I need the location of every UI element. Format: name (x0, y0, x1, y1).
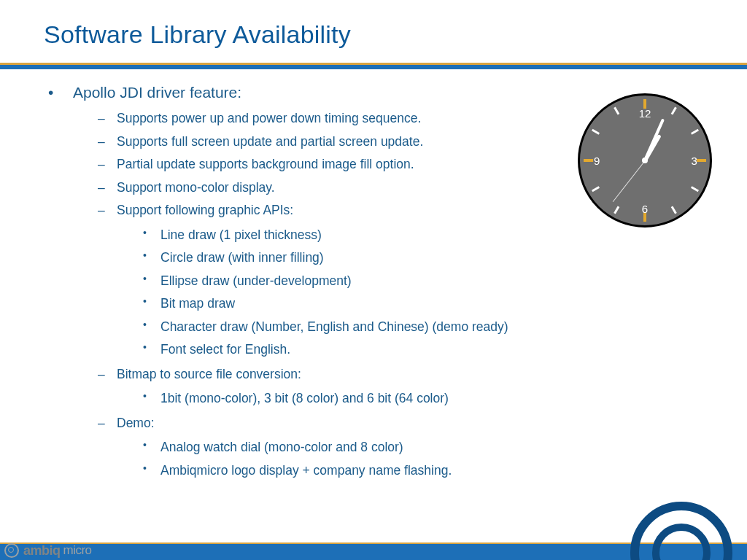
list-item: 1bit (mono-color), 3 bit (8 color) and 6… (143, 387, 569, 411)
list-item: Demo: Analog watch dial (mono-color and … (98, 412, 569, 483)
list-item: Circle draw (with inner filling) (143, 246, 569, 270)
title-divider (0, 63, 747, 69)
list-item: Bit map draw (143, 292, 569, 316)
list-item: Character draw (Number, English and Chin… (143, 316, 569, 339)
clock-number-3: 3 (686, 155, 703, 167)
list-item: Font select for English. (143, 338, 569, 362)
list-item: Line draw (1 pixel thickness) (143, 224, 569, 247)
clock-minute-hand (643, 119, 665, 161)
list-item: Support mono-color display. (98, 176, 569, 200)
list-item: Ellipse draw (under-development) (143, 270, 569, 293)
bullet-text: Apollo JDI driver feature: (73, 84, 241, 101)
list-item: Supports full screen update and partial … (98, 131, 569, 154)
logo-text-ambiq: ambiq (23, 543, 61, 559)
clock-number-6: 6 (636, 203, 654, 215)
content-area: Apollo JDI driver feature: Supports powe… (44, 82, 569, 488)
clock-number-9: 9 (588, 155, 605, 167)
list-item: Support following graphic APIs: Line dra… (98, 199, 569, 362)
list-item: Bitmap to source file conversion: 1bit (… (98, 363, 569, 411)
clock-icon: 12 3 6 9 (578, 93, 712, 228)
bullet-text: Demo: (117, 416, 155, 430)
swirl-icon (630, 502, 732, 560)
clock-second-hand (612, 160, 645, 202)
bullet-text: Support following graphic APIs: (117, 203, 293, 217)
slide: Software Library Availability Apollo JDI… (0, 0, 747, 560)
list-item: Analog watch dial (mono-color and 8 colo… (143, 436, 569, 459)
slide-title: Software Library Availability (44, 20, 351, 49)
list-item: Supports power up and power down timing … (98, 107, 569, 131)
slide-footer: ambiqmicro (0, 541, 747, 560)
clock-number-12: 12 (636, 107, 654, 120)
company-logo: ambiqmicro (4, 542, 92, 559)
logo-text-micro: micro (63, 543, 92, 558)
bullet-text: Bitmap to source file conversion: (117, 367, 301, 381)
list-item: Partial update supports background image… (98, 153, 569, 176)
clock-face: 12 3 6 9 (578, 93, 712, 228)
logo-mark-icon (4, 543, 19, 558)
list-item: Ambiqmicro logo display + company name f… (143, 459, 569, 483)
list-item: Apollo JDI driver feature: Supports powe… (44, 82, 569, 482)
